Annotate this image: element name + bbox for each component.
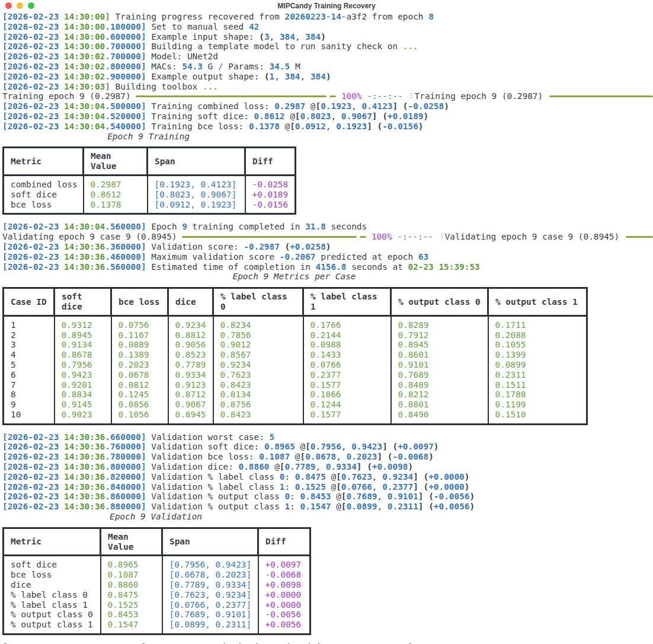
- table-cell: soft dice: [4, 190, 84, 200]
- table-row: % label class 10.1525[0.0766, 0.2377]+0.…: [4, 600, 311, 610]
- text-segment: [: [336, 482, 341, 492]
- text-segment: 0.0678: [305, 452, 336, 461]
- table-row: % output class 10.1547[0.0899, 0.2311]+0…: [4, 620, 311, 634]
- text-segment: ): [326, 72, 331, 81]
- text-segment: .820000]: [105, 472, 146, 482]
- text-segment: [433, 232, 438, 242]
- close-button[interactable]: [5, 2, 12, 9]
- text-segment: 0.2987: [274, 101, 305, 111]
- table-row: 50.79560.20230.77890.92340.07660.91010.0…: [4, 360, 587, 370]
- text-segment: ]: [392, 101, 398, 111]
- table-cell: 0.8812: [168, 330, 213, 340]
- text-segment: 0.4123: [362, 101, 393, 111]
- text-segment: [: [341, 492, 347, 501]
- progress-percent: 100%: [372, 232, 392, 242]
- text-segment: .900000]: [105, 72, 146, 81]
- table-cell: 0.2088: [488, 330, 587, 340]
- text-segment: ): [469, 492, 475, 501]
- table-cell: -0.0258: [245, 175, 296, 189]
- text-segment: @: [295, 442, 305, 451]
- text-segment: ,: [372, 472, 382, 482]
- zoom-button[interactable]: [28, 2, 34, 9]
- table-cell: bce loss: [4, 570, 101, 580]
- text-segment: 5: [270, 432, 275, 442]
- text-segment: ,: [316, 462, 326, 471]
- text-segment: 54.3: [182, 62, 203, 71]
- table-cell: 0.8945: [55, 330, 111, 340]
- text-segment: [: [300, 452, 306, 461]
- text-segment: ,: [377, 502, 388, 511]
- text-segment: Epoch: [146, 222, 183, 231]
- log-line: [2026-02-23 14:30:00.700000] Building a …: [2, 42, 653, 52]
- table-body: soft dice0.8965[0.7956, 0.9423]+0.0097bc…: [4, 556, 311, 635]
- text-segment: ,: [372, 482, 382, 492]
- progress-bar-tail: [549, 95, 653, 97]
- text-segment: 0: [280, 472, 285, 482]
- text-segment: (: [423, 502, 433, 511]
- text-segment: +0.0189: [388, 111, 424, 121]
- log-line: [2026-02-23 14:30:00.600000] Example inp…: [2, 32, 653, 42]
- text-segment: 14:30:36: [64, 472, 105, 482]
- log-line: [2026-02-23 14:30:36.860000] Validation …: [2, 492, 653, 502]
- text-segment: Example output shape:: [146, 72, 264, 81]
- text-segment: [2026-02-23: [2, 472, 64, 482]
- progress-eta: -:--:--: [397, 232, 433, 242]
- table-cell: 0.7856: [213, 330, 303, 340]
- text-segment: :: [285, 472, 295, 482]
- log-line: [2026-02-23 14:30:00] Training progress …: [2, 12, 653, 22]
- column-header: Span: [162, 528, 258, 556]
- text-segment: ): [423, 111, 428, 121]
- table-cell: [0.0766, 0.2377]: [162, 600, 258, 610]
- log-line: [2026-02-23 14:30:02.900000] Example out…: [2, 72, 653, 82]
- text-segment: -0.0258: [408, 101, 444, 111]
- table-cell: 0.9201: [55, 380, 111, 390]
- text-segment: -0.0056: [434, 492, 470, 501]
- table-cell: 1: [4, 315, 55, 330]
- text-segment: ]: [413, 482, 418, 492]
- text-segment: 0.1087: [259, 452, 290, 461]
- text-segment: +0.0056: [434, 502, 470, 511]
- text-segment: ,: [351, 101, 361, 111]
- table-cell: 0.0856: [111, 400, 168, 410]
- progress-bar-tail: [626, 236, 653, 238]
- text-segment: 384: [311, 72, 326, 81]
- column-header: bce loss: [111, 288, 168, 316]
- table-row: 90.91450.08560.90670.87560.12440.88010.1…: [4, 400, 587, 410]
- table-cell: +0.0189: [245, 190, 296, 200]
- column-header: % label class 1: [303, 288, 391, 316]
- table-cell: 0.8612: [84, 190, 148, 200]
- text-segment: .660000]: [105, 432, 146, 442]
- table-row: 60.94230.06780.93340.76230.23770.76890.2…: [4, 370, 587, 380]
- table-cell: 0.0899: [488, 360, 587, 370]
- progress-line: Training epoch 9 (0.2987) 100% -:--:-- ⋮…: [2, 91, 653, 101]
- table-row: % output class 00.8453[0.7689, 0.9101]-0…: [4, 610, 311, 620]
- traffic-lights: [5, 2, 34, 9]
- table-cell: 0.8490: [391, 410, 488, 424]
- table-cell: 10: [4, 410, 55, 424]
- text-segment: (: [418, 482, 428, 492]
- table-head: MetricMean ValueSpanDiff: [4, 528, 311, 556]
- table-cell: 0.8212: [391, 390, 488, 400]
- text-segment: 0.8612: [254, 111, 285, 121]
- text-segment: [2026-02-23: [2, 492, 64, 501]
- table-row: soft dice0.8965[0.7956, 0.9423]+0.0097: [4, 556, 311, 570]
- text-segment: -0.0068: [392, 452, 428, 461]
- table-cell: [0.7956, 0.9423]: [162, 556, 258, 570]
- text-segment: ]: [413, 472, 418, 482]
- text-segment: [: [295, 111, 300, 121]
- text-segment: @: [326, 472, 336, 482]
- minimize-button[interactable]: [17, 2, 23, 9]
- table-cell: 0.1389: [111, 350, 168, 360]
- text-segment: [2026-02-23: [2, 52, 64, 61]
- text-segment: ,: [377, 492, 388, 501]
- progress-line: Validating epoch 9 case 9 (0.8945) 100% …: [2, 232, 653, 242]
- log-line: [2026-02-23 14:30:00.100000] Set to manu…: [2, 22, 653, 32]
- text-segment: 14:30:03]: [64, 82, 110, 91]
- text-segment: Training bce loss:: [146, 122, 249, 131]
- table-cell: +0.0000: [258, 590, 311, 600]
- log-line: [2026-02-23 14:30:03] Building toolbox .…: [2, 82, 653, 92]
- text-segment: 0.9423: [351, 442, 382, 451]
- text-segment: 31.8: [305, 222, 326, 231]
- text-segment: (: [382, 452, 392, 461]
- column-header: Mean Value: [84, 148, 148, 176]
